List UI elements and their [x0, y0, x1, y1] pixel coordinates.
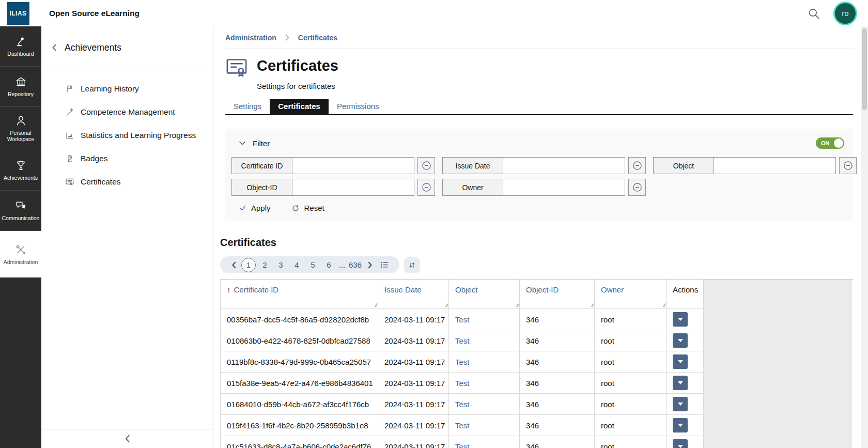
cell-owner: root — [595, 309, 667, 330]
top-bar: ILIAS Open Source eLearning ro — [0, 0, 868, 26]
column-header-owner[interactable]: Owner — [595, 280, 667, 309]
remove-filter-object-button[interactable] — [839, 157, 857, 174]
filter-owner-input[interactable] — [503, 179, 625, 196]
column-header-object-id[interactable]: Object-ID — [520, 280, 595, 309]
caret-down-icon — [678, 339, 683, 342]
panel-item-label: Badges — [81, 154, 108, 163]
column-header-issue-date[interactable]: Issue Date — [378, 280, 449, 309]
list-icon — [380, 260, 389, 269]
page-1-current[interactable]: 1 — [241, 258, 256, 272]
cell-object-link[interactable]: Test — [449, 309, 520, 330]
sidebar-item-repository[interactable]: Repository — [0, 67, 41, 107]
search-icon — [807, 7, 820, 20]
sidebar-item-achievements[interactable]: Achievements — [0, 150, 41, 191]
previous-page-button[interactable] — [227, 261, 240, 269]
cell-object-link[interactable]: Test — [449, 415, 520, 436]
remove-filter-object-id-button[interactable] — [417, 179, 435, 196]
next-page-button[interactable] — [363, 261, 377, 269]
table-row: 019f4163-1f6f-4b2c-8b20-258959b3b1e8 202… — [220, 415, 853, 436]
remove-filter-issue-date-button[interactable] — [628, 157, 646, 174]
main-navigation-rail: Dashboard Repository Personal Workspace … — [0, 26, 41, 448]
tab-settings[interactable]: Settings — [225, 99, 270, 114]
caret-down-icon — [678, 360, 683, 363]
column-resize-handle[interactable] — [445, 303, 448, 308]
cell-object-link[interactable]: Test — [449, 436, 520, 448]
panel-item-learning-history[interactable]: Learning History — [65, 84, 213, 94]
column-resize-handle[interactable] — [516, 303, 519, 308]
column-header-object[interactable]: Object — [449, 280, 520, 309]
page-6-button[interactable]: 6 — [321, 260, 337, 269]
user-avatar[interactable]: ro — [835, 3, 856, 24]
page-3-button[interactable]: 3 — [273, 260, 289, 269]
search-button[interactable] — [807, 6, 821, 21]
panel-item-label: Statistics and Learning Progress — [81, 131, 196, 140]
cell-owner: root — [595, 373, 667, 394]
panel-item-badges[interactable]: Badges — [65, 154, 213, 163]
page-4-button[interactable]: 4 — [289, 260, 305, 269]
chevron-left-icon — [123, 434, 131, 443]
rows-per-page-button[interactable] — [377, 260, 393, 269]
remove-filter-certificate-id-button[interactable] — [417, 157, 435, 174]
cell-object-link[interactable]: Test — [449, 394, 520, 415]
row-actions-dropdown-button[interactable] — [673, 376, 688, 390]
panel-item-competence-management[interactable]: Competence Management — [65, 107, 213, 117]
column-header-certificate-id[interactable]: ↑Certificate ID — [220, 280, 378, 309]
tab-permissions[interactable]: Permissions — [329, 99, 388, 114]
side-panel-title: Achievements — [65, 42, 121, 53]
column-resize-handle[interactable] — [375, 303, 377, 308]
cell-object-link[interactable]: Test — [449, 330, 520, 351]
table-row: 00356ba7-dcc5-4c5f-86a5-d928202dcf8b 202… — [220, 309, 853, 330]
table-row: 0119bf8c-8338-479d-999c-0b465ca25057 202… — [220, 351, 853, 373]
column-resize-handle[interactable] — [663, 303, 665, 308]
cell-object-link[interactable]: Test — [449, 373, 520, 394]
cell-object-link[interactable]: Test — [449, 351, 520, 373]
page-5-button[interactable]: 5 — [305, 260, 321, 269]
column-resize-handle[interactable] — [591, 303, 594, 308]
filter-label-issue-date: Issue Date — [442, 157, 503, 174]
panel-item-statistics[interactable]: Statistics and Learning Progress — [65, 131, 213, 140]
filter-object-input[interactable] — [714, 157, 836, 174]
breadcrumb-administration[interactable]: Administration — [225, 34, 276, 42]
scrollbar-thumb[interactable] — [862, 28, 867, 110]
page-scrollbar[interactable] — [861, 26, 868, 448]
rail-item-label: Personal Workspace — [2, 130, 40, 142]
table-filler — [704, 436, 852, 448]
breadcrumb-certificates[interactable]: Certificates — [298, 34, 337, 42]
row-actions-dropdown-button[interactable] — [673, 397, 688, 411]
main-content: Administration Certificates Certificates… — [213, 26, 861, 448]
sidebar-item-communication[interactable]: Communication — [0, 191, 41, 231]
chevron-down-icon[interactable] — [239, 141, 246, 146]
filter-certificate-id-input[interactable] — [292, 157, 414, 174]
circle-minus-icon — [632, 182, 642, 192]
tab-certificates[interactable]: Certificates — [270, 99, 329, 114]
cell-object-id: 346 — [520, 351, 595, 373]
table-row: 015fa38e-9ea5-47e2-a476-e986b4836401 202… — [220, 373, 853, 394]
sort-icon — [409, 261, 415, 269]
row-actions-dropdown-button[interactable] — [673, 312, 688, 327]
remove-filter-owner-button[interactable] — [628, 179, 646, 196]
row-actions-dropdown-button[interactable] — [673, 439, 688, 448]
sort-order-button[interactable] — [404, 257, 420, 273]
sidebar-item-dashboard[interactable]: Dashboard — [0, 26, 41, 67]
filter-title[interactable]: Filter — [253, 139, 270, 148]
table-filler — [704, 351, 852, 373]
apply-button[interactable]: Apply — [239, 204, 271, 212]
sidebar-item-administration[interactable]: Administration — [0, 231, 41, 277]
circle-minus-icon — [422, 182, 431, 192]
collapse-panel-button[interactable] — [41, 429, 213, 448]
filter-on-toggle[interactable]: ON — [816, 137, 844, 149]
ilias-logo[interactable]: ILIAS — [7, 2, 29, 25]
sidebar-item-personal-workspace[interactable]: Personal Workspace — [0, 107, 41, 150]
cell-issue-date: 2024-03-11 09:17 — [378, 436, 449, 448]
panel-item-certificates[interactable]: Certificates — [65, 177, 213, 187]
side-panel-header[interactable]: Achievements — [41, 26, 213, 69]
reset-button[interactable]: Reset — [291, 204, 324, 212]
page-2-button[interactable]: 2 — [257, 260, 273, 269]
row-actions-dropdown-button[interactable] — [673, 418, 688, 432]
row-actions-dropdown-button[interactable] — [673, 354, 688, 369]
filter-object-id-input[interactable] — [292, 179, 414, 196]
row-actions-dropdown-button[interactable] — [673, 333, 688, 348]
filter-issue-date-input[interactable] — [503, 157, 625, 174]
cell-owner: root — [595, 436, 667, 448]
page-636-button[interactable]: 636 — [347, 260, 363, 269]
